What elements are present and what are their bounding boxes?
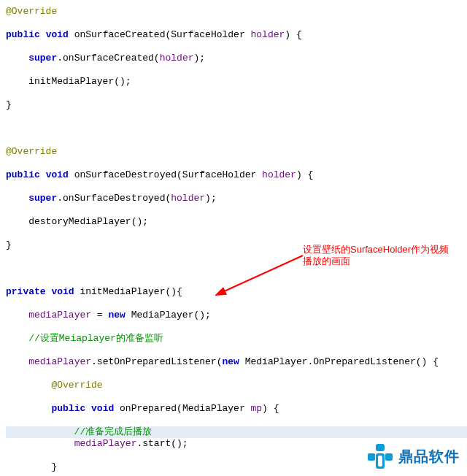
annotation-callout: 设置壁纸的SurfaceHolder作为视频 播放的画面 (303, 244, 449, 267)
callout-line: 播放的画面 (303, 256, 449, 267)
annotation: @Override (6, 146, 57, 157)
svg-rect-5 (378, 456, 382, 467)
annotation: @Override (6, 6, 57, 17)
svg-rect-2 (368, 453, 375, 461)
watermark-text: 鼎品软件 (398, 450, 460, 462)
svg-rect-3 (385, 453, 393, 461)
highlighted-line: //准备完成后播放 (6, 426, 467, 438)
comment: //设置Meiaplayer的准备监听 (6, 333, 163, 344)
svg-rect-1 (376, 444, 385, 451)
watermark-logo: 鼎品软件 (366, 442, 460, 470)
callout-line: 设置壁纸的SurfaceHolder作为视频 (303, 244, 449, 256)
code-block: @Override public void onSurfaceCreated(S… (6, 6, 467, 476)
logo-icon (366, 442, 394, 470)
